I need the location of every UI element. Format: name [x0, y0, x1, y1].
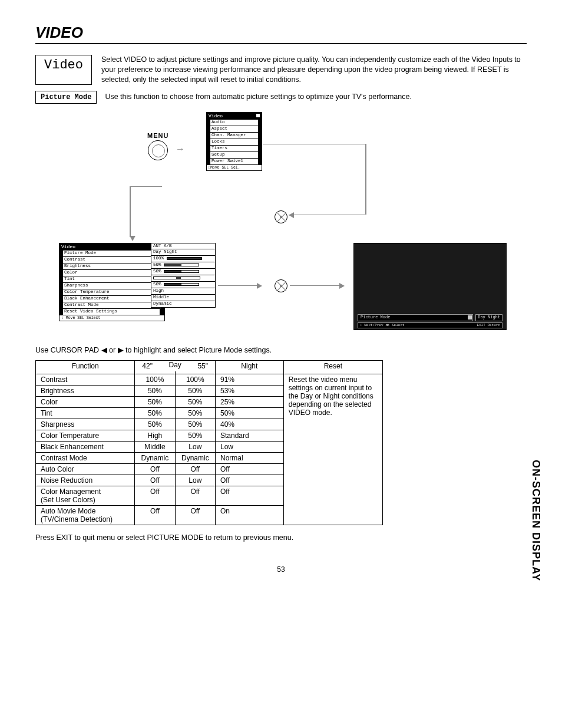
menu-knob: MENU	[147, 132, 168, 160]
picture-mode-box: Picture Mode	[35, 91, 97, 104]
values-column: ANT A/BDay Night100% 50% 50% 50% HighMid…	[151, 243, 216, 308]
main-menu-panel: Video AudioAspectChan. ManagerLocksTimer…	[206, 112, 262, 171]
tv-pm-label: Picture Mode	[361, 315, 390, 319]
picture-mode-text: Use this function to choose from automat…	[105, 91, 411, 101]
arrow-icon: →	[176, 144, 185, 154]
video-label-box: Video	[35, 55, 92, 85]
video-submenu-header: Video	[61, 244, 75, 249]
tv-foot-right: EXIT Return	[477, 323, 500, 328]
settings-table: Function 42" Day 55" Night Reset Contras…	[35, 360, 383, 525]
diagram: MENU → Video AudioAspectChan. ManagerLoc…	[35, 108, 527, 344]
footer-text: Press EXIT to quit menu or select PICTUR…	[35, 533, 527, 542]
tv-pm-opts: Day Night	[475, 314, 503, 321]
main-menu-foot: ↕Move SEL Sel.	[207, 164, 262, 170]
select-button-icon	[275, 210, 287, 223]
th-night: Night	[216, 360, 284, 374]
page-title: VIDEO	[35, 24, 527, 44]
th-reset: Reset	[283, 360, 382, 374]
intro-text: Select VIDEO to adjust picture settings …	[101, 55, 527, 85]
th-55: 55"	[197, 362, 208, 370]
th-42: 42"	[142, 362, 153, 370]
tv-preview: Picture Mode Day Night ↕ Next/Prev ◄► Se…	[353, 243, 507, 330]
cursor-instruction: Use CURSOR PAD ◀ or ▶ to highlight and s…	[35, 345, 527, 354]
page-number: 53	[35, 565, 527, 574]
tv-foot-left: ↕ Next/Prev ◄► Select	[360, 323, 405, 328]
video-submenu-foot: ↕ Move SEL Select	[59, 315, 164, 321]
th-day: Day	[168, 361, 181, 369]
menu-label: MENU	[147, 132, 168, 139]
side-label: ON-SCREEN DISPLAY	[530, 460, 542, 581]
th-function: Function	[36, 360, 135, 374]
main-menu-header: Video	[209, 113, 223, 118]
select-button-icon	[275, 279, 287, 292]
video-submenu-panel: Video Picture ModeContrastBrightnessColo…	[59, 243, 165, 321]
